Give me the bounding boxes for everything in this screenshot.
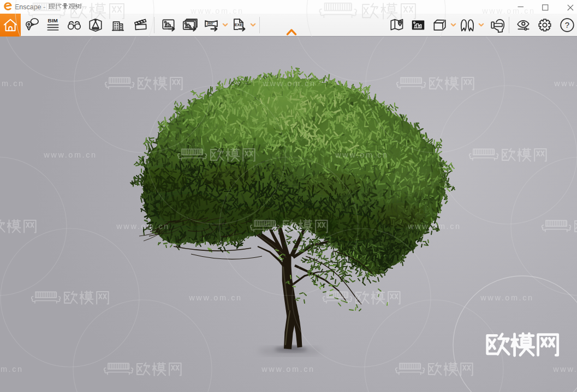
svg-text:BIM: BIM <box>47 17 57 23</box>
svg-text:www.om.cn: www.om.cn <box>0 365 23 373</box>
svg-text:www.om.cn: www.om.cn <box>262 79 316 88</box>
svg-text:www.om.cn: www.om.cn <box>335 150 389 159</box>
svg-text:www.om.cn: www.om.cn <box>552 365 577 373</box>
svg-text:www.om.cn: www.om.cn <box>554 79 577 88</box>
svg-text:360°: 360° <box>206 21 214 25</box>
svg-text:www.om.cn: www.om.cn <box>188 293 242 302</box>
svg-text:www.om.cn: www.om.cn <box>116 222 170 231</box>
svg-text:www.om.cn: www.om.cn <box>407 222 461 231</box>
svg-text:?: ? <box>564 20 569 29</box>
svg-text:www.om.cn: www.om.cn <box>480 293 534 302</box>
svg-text:www.om.cn: www.om.cn <box>0 79 25 88</box>
svg-text:www.om.cn: www.om.cn <box>261 365 315 373</box>
svg-text:EXE: EXE <box>234 22 242 27</box>
svg-text:Enscape -: Enscape - <box>15 3 45 11</box>
svg-text:www.om.cn: www.om.cn <box>43 150 97 159</box>
